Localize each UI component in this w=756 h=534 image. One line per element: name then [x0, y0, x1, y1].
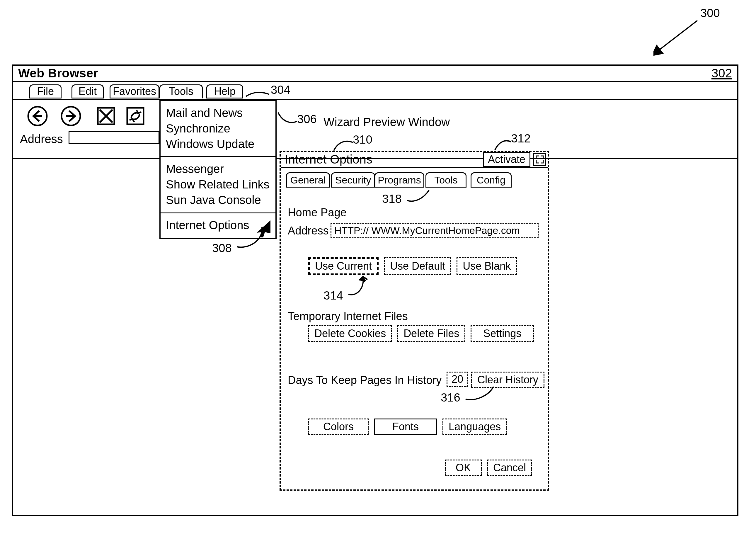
fonts-button[interactable]: Fonts	[374, 418, 437, 435]
leader-314	[347, 274, 373, 297]
cursor-icon	[254, 218, 275, 239]
history-section: Days To Keep Pages In History	[288, 374, 442, 386]
delete-cookies-button[interactable]: Delete Cookies	[308, 325, 392, 342]
leader-310	[332, 139, 356, 154]
cancel-button[interactable]: Cancel	[487, 460, 532, 476]
expand-icon	[535, 155, 544, 164]
menu-favorites[interactable]: Favorites	[110, 84, 159, 98]
tools-item-related-links[interactable]: Show Related Links	[166, 177, 270, 192]
homepage-address-value[interactable]: HTTP:// WWW.MyCurrentHomePage.com	[331, 223, 539, 238]
leader-304	[244, 89, 271, 101]
back-button[interactable]	[26, 105, 49, 127]
menu-tools[interactable]: Tools	[159, 84, 203, 98]
tools-item-messenger[interactable]: Messenger	[166, 161, 270, 177]
languages-button[interactable]: Languages	[443, 418, 507, 435]
expand-button[interactable]	[533, 153, 546, 166]
temp-settings-button[interactable]: Settings	[471, 325, 534, 342]
address-label: Address	[20, 132, 63, 146]
tab-tools[interactable]: Tools	[425, 172, 467, 187]
callout-304: 304	[271, 83, 290, 97]
forward-button[interactable]	[60, 105, 82, 127]
homepage-address-label: Address	[288, 224, 329, 237]
tab-general[interactable]: General	[286, 172, 330, 187]
svg-line-0	[659, 20, 697, 50]
internet-options-title: Internet Options	[285, 153, 480, 166]
activate-button[interactable]: Activate	[483, 152, 530, 167]
menu-bar: File Edit Favorites Tools Help	[13, 82, 737, 100]
colors-button[interactable]: Colors	[308, 418, 369, 435]
callout-310: 310	[353, 133, 372, 146]
callout-308: 308	[212, 241, 232, 255]
leader-316	[464, 385, 497, 403]
browser-window: Web Browser 302 File Edit Favorites Tool…	[12, 65, 739, 516]
refresh-button[interactable]	[124, 105, 147, 127]
tools-item-synchronize[interactable]: Synchronize	[166, 121, 270, 136]
use-default-button[interactable]: Use Default	[384, 257, 451, 275]
stop-button[interactable]	[95, 105, 117, 127]
svg-marker-6	[257, 220, 270, 238]
leader-306	[277, 110, 300, 127]
delete-files-button[interactable]: Delete Files	[397, 325, 465, 342]
menu-help[interactable]: Help	[206, 84, 243, 98]
use-blank-button[interactable]: Use Blank	[456, 257, 517, 275]
leader-arrow-300	[654, 17, 703, 56]
address-input[interactable]	[68, 131, 159, 144]
arrow-right-icon	[60, 105, 81, 126]
callout-306: 306	[297, 113, 317, 126]
leader-312	[494, 138, 514, 153]
leader-318	[406, 189, 432, 203]
svg-rect-4	[127, 108, 144, 124]
callout-312: 312	[511, 132, 531, 145]
stop-icon	[95, 105, 117, 126]
title-bar: Web Browser 302	[13, 66, 737, 82]
tools-item-mail-news[interactable]: Mail and News	[166, 105, 270, 121]
tab-security[interactable]: Security	[331, 172, 375, 187]
wizard-preview-heading: Wizard Preview Window	[323, 116, 450, 129]
homepage-section: Home Page	[288, 206, 347, 219]
tools-item-windows-update[interactable]: Windows Update	[166, 136, 270, 152]
tools-item-java-console[interactable]: Sun Java Console	[166, 192, 270, 208]
tab-programs[interactable]: Programs	[374, 172, 424, 187]
window-title: Web Browser	[18, 66, 98, 80]
menu-edit[interactable]: Edit	[71, 84, 104, 98]
temp-section: Temporary Internet Files	[288, 310, 408, 323]
callout-302: 302	[712, 66, 732, 80]
history-days-input[interactable]: 20	[446, 372, 468, 387]
callout-300: 300	[700, 7, 720, 20]
refresh-icon	[125, 105, 146, 126]
ok-button[interactable]: OK	[445, 460, 482, 476]
internet-options-titlebar: Internet Options Activate	[281, 152, 548, 168]
tab-config[interactable]: Config	[471, 172, 512, 187]
toolbar: Address	[13, 100, 737, 159]
use-current-button[interactable]: Use Current	[308, 257, 379, 275]
menu-file[interactable]: File	[29, 84, 62, 98]
arrow-left-icon	[27, 105, 48, 126]
